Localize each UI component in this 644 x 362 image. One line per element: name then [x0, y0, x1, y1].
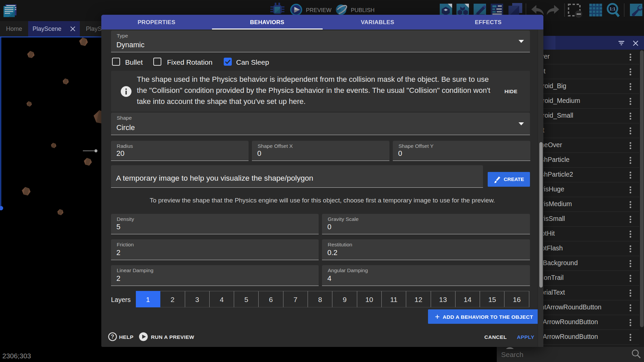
svg-text:?: ?: [111, 334, 114, 340]
svg-text:1:1: 1:1: [609, 7, 615, 11]
